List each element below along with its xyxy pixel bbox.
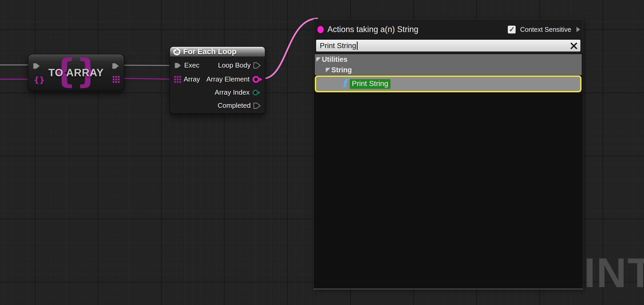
blueprint-action-menu: Actions taking a(n) String ✓ Context Sen… [313,19,583,289]
search-input[interactable]: Print String [316,39,581,52]
exec-input-pin[interactable] [33,63,40,69]
exec-wire-mid [118,65,177,65]
array-output-pin[interactable] [113,76,120,83]
ring-pin-icon [252,75,263,83]
graph-watermark: INT [584,252,644,293]
pin-row-array[interactable]: Array [174,75,200,83]
pin-row-array-index[interactable]: Array Index [215,88,261,96]
ring-pin-icon [252,89,261,96]
exec-pin-icon [33,63,40,69]
pin-type-dot-icon [317,26,324,33]
pin-label: Loop Body [218,61,251,69]
context-sensitive-label: Context Sensitive [520,26,571,33]
loop-icon [173,48,181,56]
tree-item-print-string-selected[interactable]: f Print String [315,75,581,92]
search-input-value: Print String [320,42,356,50]
set-input-pin[interactable]: {} [34,76,45,84]
context-sensitive-checkbox[interactable]: ✓ [508,26,516,34]
exec-pin-icon [174,62,182,69]
expander-open-icon[interactable] [326,68,330,72]
node-title: For Each Loop [183,47,236,56]
pin-label: Array Index [215,88,250,96]
search-match-highlight: Print String [350,79,390,89]
set-pin-braces-icon: {} [34,76,45,84]
tree-item-utilities[interactable]: Utilities [315,54,582,65]
exec-pin-icon [253,62,261,69]
array-grid-pin-icon [174,76,181,83]
node-header: For Each Loop [170,47,265,57]
pin-label: Array Element [206,75,250,83]
expand-arrow-icon[interactable] [576,27,580,32]
expander-open-icon[interactable] [316,57,321,62]
tree-category-band: Utilities String [315,54,582,75]
pin-row-array-element[interactable]: Array Element [206,75,263,83]
drag-wire-pink [263,18,318,79]
pin-row-completed[interactable]: Completed [218,101,261,110]
pin-label: Array [184,75,200,83]
text-caret [357,42,358,50]
menu-title: Actions taking a(n) String [327,25,418,34]
clear-search-icon[interactable] [570,42,578,50]
function-icon: f [342,78,347,89]
pin-label: Exec [184,61,199,69]
exec-pin-icon [253,102,261,109]
checkmark-icon: ✓ [509,26,515,33]
pin-row-exec[interactable]: Exec [174,61,199,69]
pin-label: Completed [218,101,251,110]
blueprint-graph-canvas[interactable]: INT {} TO ARRAY {} [0,0,644,305]
exec-output-pin[interactable] [112,63,120,69]
node-for-each-loop[interactable]: For Each Loop Exec Array Loop [169,46,265,114]
tree-item-string[interactable]: String [315,65,582,75]
pin-row-loop-body[interactable]: Loop Body [218,61,261,69]
exec-pin-icon [112,63,120,69]
array-grid-pin-icon [113,76,120,83]
node-to-array[interactable]: {} TO ARRAY {} [28,54,124,91]
array-wire-mid [119,78,177,79]
